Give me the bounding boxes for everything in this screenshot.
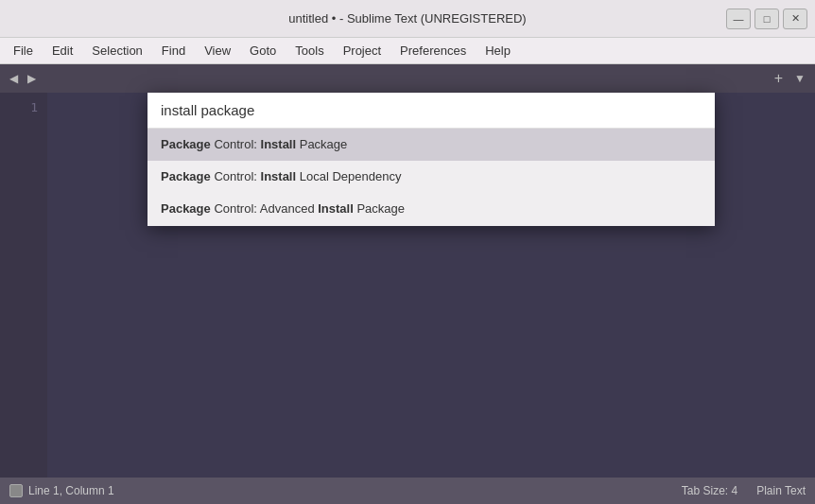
- command-palette-input[interactable]: [147, 93, 715, 129]
- result-item-3[interactable]: Package Control: Advanced Install Packag…: [147, 193, 715, 225]
- menu-selection[interactable]: Selection: [82, 41, 151, 61]
- title-bar: untitled • - Sublime Text (UNREGISTERED)…: [0, 0, 815, 38]
- line-number-1: 1: [0, 98, 38, 117]
- tab-nav: ◀ ▶: [6, 70, 40, 87]
- result-1-prefix-normal: Control:: [211, 137, 261, 151]
- status-tab-size[interactable]: Tab Size: 4: [682, 484, 737, 497]
- editor-area: 1 Package Control: Install Package Packa…: [0, 93, 815, 478]
- status-syntax[interactable]: Plain Text: [756, 484, 806, 497]
- tab-next-button[interactable]: ▶: [24, 70, 40, 87]
- result-1-prefix-bold: Package: [161, 137, 211, 151]
- menu-edit[interactable]: Edit: [43, 41, 82, 61]
- tab-prev-button[interactable]: ◀: [6, 70, 22, 87]
- result-item-2[interactable]: Package Control: Install Local Dependenc…: [147, 161, 715, 193]
- status-right: Tab Size: 4 Plain Text: [682, 484, 806, 497]
- tab-bar: ◀ ▶ + ▼: [0, 64, 815, 93]
- result-3-suffix: Package: [354, 201, 405, 216]
- editor-content[interactable]: Package Control: Install Package Package…: [47, 93, 815, 478]
- menu-file[interactable]: File: [4, 41, 43, 61]
- result-3-prefix-normal: Control: Advanced: [211, 201, 318, 216]
- result-2-prefix-normal: Control:: [211, 169, 261, 183]
- command-palette: Package Control: Install Package Package…: [147, 93, 715, 226]
- status-bar: Line 1, Column 1 Tab Size: 4 Plain Text: [0, 478, 815, 504]
- window-title: untitled • - Sublime Text (UNREGISTERED): [288, 11, 526, 26]
- result-item-1[interactable]: Package Control: Install Package: [147, 129, 715, 161]
- menu-bar: File Edit Selection Find View Goto Tools…: [0, 38, 815, 64]
- menu-find[interactable]: Find: [152, 41, 195, 61]
- tab-dropdown-button[interactable]: ▼: [790, 70, 809, 87]
- result-2-middle-bold: Install: [261, 169, 297, 183]
- window-controls: — □ ✕: [726, 9, 807, 29]
- status-icon: [9, 484, 23, 497]
- status-position[interactable]: Line 1, Column 1: [28, 484, 114, 497]
- menu-preferences[interactable]: Preferences: [390, 41, 476, 61]
- result-1-middle-bold: Install: [261, 137, 297, 151]
- result-1-suffix: Package: [296, 137, 347, 151]
- menu-project[interactable]: Project: [334, 41, 390, 61]
- command-results: Package Control: Install Package Package…: [147, 129, 715, 226]
- menu-tools[interactable]: Tools: [286, 41, 333, 61]
- menu-help[interactable]: Help: [476, 41, 520, 61]
- result-2-prefix-bold: Package: [161, 169, 211, 183]
- line-numbers: 1: [0, 93, 47, 478]
- minimize-button[interactable]: —: [726, 9, 751, 29]
- result-2-suffix: Local Dependency: [296, 169, 401, 183]
- result-3-prefix-bold: Package: [161, 201, 211, 216]
- add-tab-button[interactable]: +: [771, 70, 787, 87]
- status-left: Line 1, Column 1: [9, 484, 114, 497]
- menu-view[interactable]: View: [195, 41, 240, 61]
- maximize-button[interactable]: □: [754, 9, 779, 29]
- close-button[interactable]: ✕: [783, 9, 807, 29]
- result-3-middle-bold: Install: [318, 201, 354, 216]
- menu-goto[interactable]: Goto: [240, 41, 286, 61]
